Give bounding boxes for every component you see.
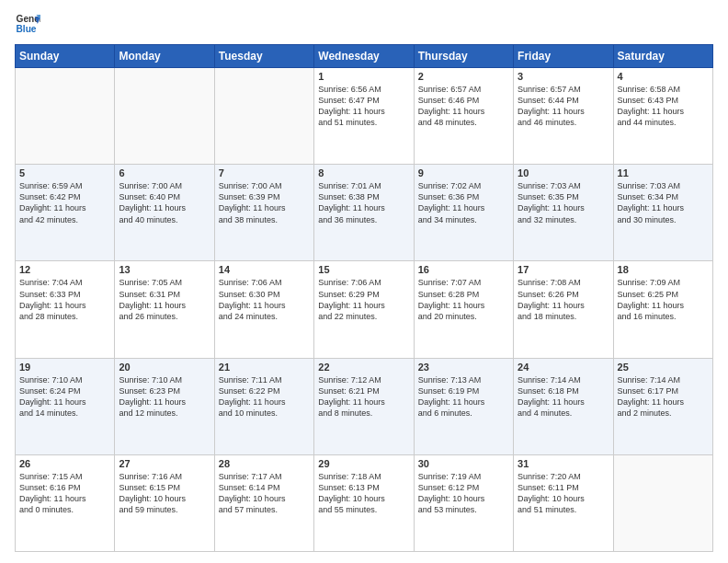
day-number: 16 <box>418 264 509 275</box>
day-info: Sunrise: 7:01 AM Sunset: 6:38 PM Dayligh… <box>318 180 409 225</box>
calendar-cell: 26Sunrise: 7:15 AM Sunset: 6:16 PM Dayli… <box>16 454 115 551</box>
header: General Blue <box>15 11 713 37</box>
day-number: 19 <box>19 362 110 373</box>
day-number: 6 <box>119 167 210 178</box>
day-number: 15 <box>318 264 409 275</box>
day-info: Sunrise: 7:09 AM Sunset: 6:25 PM Dayligh… <box>618 277 709 322</box>
day-number: 22 <box>318 362 409 373</box>
calendar-cell: 27Sunrise: 7:16 AM Sunset: 6:15 PM Dayli… <box>115 454 214 551</box>
day-number: 1 <box>318 71 409 82</box>
day-info: Sunrise: 6:57 AM Sunset: 6:44 PM Dayligh… <box>518 84 609 129</box>
day-info: Sunrise: 7:08 AM Sunset: 6:26 PM Dayligh… <box>518 277 609 322</box>
weekday-header-row: SundayMondayTuesdayWednesdayThursdayFrid… <box>16 45 713 68</box>
day-info: Sunrise: 7:18 AM Sunset: 6:13 PM Dayligh… <box>318 471 409 516</box>
calendar-week-row: 19Sunrise: 7:10 AM Sunset: 6:24 PM Dayli… <box>16 358 713 454</box>
weekday-header-monday: Monday <box>115 45 214 68</box>
calendar-cell <box>214 68 313 165</box>
day-number: 24 <box>518 362 609 373</box>
calendar-week-row: 1Sunrise: 6:56 AM Sunset: 6:47 PM Daylig… <box>16 68 713 165</box>
day-info: Sunrise: 6:56 AM Sunset: 6:47 PM Dayligh… <box>318 84 409 129</box>
day-number: 11 <box>618 167 709 178</box>
day-info: Sunrise: 7:03 AM Sunset: 6:35 PM Dayligh… <box>518 180 609 225</box>
calendar-cell: 5Sunrise: 6:59 AM Sunset: 6:42 PM Daylig… <box>16 165 115 261</box>
calendar-cell: 3Sunrise: 6:57 AM Sunset: 6:44 PM Daylig… <box>514 68 613 165</box>
day-number: 14 <box>219 264 310 275</box>
weekday-header-friday: Friday <box>514 45 613 68</box>
day-info: Sunrise: 7:19 AM Sunset: 6:12 PM Dayligh… <box>418 471 509 516</box>
day-info: Sunrise: 7:17 AM Sunset: 6:14 PM Dayligh… <box>219 471 310 516</box>
calendar-cell: 9Sunrise: 7:02 AM Sunset: 6:36 PM Daylig… <box>414 165 513 261</box>
day-info: Sunrise: 7:12 AM Sunset: 6:21 PM Dayligh… <box>318 374 409 419</box>
calendar-cell <box>613 454 712 551</box>
day-number: 21 <box>219 362 310 373</box>
calendar-cell: 18Sunrise: 7:09 AM Sunset: 6:25 PM Dayli… <box>613 261 712 358</box>
calendar-cell: 24Sunrise: 7:14 AM Sunset: 6:18 PM Dayli… <box>514 358 613 454</box>
day-info: Sunrise: 7:05 AM Sunset: 6:31 PM Dayligh… <box>119 277 210 322</box>
day-number: 26 <box>19 458 110 469</box>
calendar-cell: 29Sunrise: 7:18 AM Sunset: 6:13 PM Dayli… <box>314 454 414 551</box>
day-info: Sunrise: 6:57 AM Sunset: 6:46 PM Dayligh… <box>418 84 509 129</box>
calendar-week-row: 12Sunrise: 7:04 AM Sunset: 6:33 PM Dayli… <box>16 261 713 358</box>
day-info: Sunrise: 7:10 AM Sunset: 6:23 PM Dayligh… <box>119 374 210 419</box>
day-info: Sunrise: 7:14 AM Sunset: 6:17 PM Dayligh… <box>618 374 709 419</box>
day-number: 30 <box>418 458 509 469</box>
calendar-cell: 14Sunrise: 7:06 AM Sunset: 6:30 PM Dayli… <box>214 261 313 358</box>
calendar-cell: 17Sunrise: 7:08 AM Sunset: 6:26 PM Dayli… <box>514 261 613 358</box>
day-info: Sunrise: 7:10 AM Sunset: 6:24 PM Dayligh… <box>19 374 110 419</box>
weekday-header-wednesday: Wednesday <box>314 45 414 68</box>
day-info: Sunrise: 7:00 AM Sunset: 6:40 PM Dayligh… <box>119 180 210 225</box>
day-info: Sunrise: 7:03 AM Sunset: 6:34 PM Dayligh… <box>618 180 709 225</box>
day-number: 12 <box>19 264 110 275</box>
calendar-week-row: 26Sunrise: 7:15 AM Sunset: 6:16 PM Dayli… <box>16 454 713 551</box>
calendar-cell: 13Sunrise: 7:05 AM Sunset: 6:31 PM Dayli… <box>115 261 214 358</box>
calendar-cell: 2Sunrise: 6:57 AM Sunset: 6:46 PM Daylig… <box>414 68 513 165</box>
logo: General Blue <box>15 11 40 37</box>
day-info: Sunrise: 6:59 AM Sunset: 6:42 PM Dayligh… <box>19 180 110 225</box>
calendar-cell: 16Sunrise: 7:07 AM Sunset: 6:28 PM Dayli… <box>414 261 513 358</box>
day-info: Sunrise: 7:16 AM Sunset: 6:15 PM Dayligh… <box>119 471 210 516</box>
calendar-cell: 28Sunrise: 7:17 AM Sunset: 6:14 PM Dayli… <box>214 454 313 551</box>
calendar-cell: 8Sunrise: 7:01 AM Sunset: 6:38 PM Daylig… <box>314 165 414 261</box>
calendar-cell: 4Sunrise: 6:58 AM Sunset: 6:43 PM Daylig… <box>613 68 712 165</box>
calendar-table: SundayMondayTuesdayWednesdayThursdayFrid… <box>15 44 713 552</box>
calendar-cell: 25Sunrise: 7:14 AM Sunset: 6:17 PM Dayli… <box>613 358 712 454</box>
calendar-cell: 1Sunrise: 6:56 AM Sunset: 6:47 PM Daylig… <box>314 68 414 165</box>
calendar-cell <box>16 68 115 165</box>
calendar-cell: 31Sunrise: 7:20 AM Sunset: 6:11 PM Dayli… <box>514 454 613 551</box>
day-info: Sunrise: 7:06 AM Sunset: 6:30 PM Dayligh… <box>219 277 310 322</box>
calendar-cell: 7Sunrise: 7:00 AM Sunset: 6:39 PM Daylig… <box>214 165 313 261</box>
weekday-header-thursday: Thursday <box>414 45 513 68</box>
page: General Blue SundayMondayTuesdayWednesda… <box>0 0 728 563</box>
calendar-cell: 10Sunrise: 7:03 AM Sunset: 6:35 PM Dayli… <box>514 165 613 261</box>
day-number: 20 <box>119 362 210 373</box>
day-info: Sunrise: 7:11 AM Sunset: 6:22 PM Dayligh… <box>219 374 310 419</box>
calendar-cell: 30Sunrise: 7:19 AM Sunset: 6:12 PM Dayli… <box>414 454 513 551</box>
calendar-cell: 21Sunrise: 7:11 AM Sunset: 6:22 PM Dayli… <box>214 358 313 454</box>
day-number: 2 <box>418 71 509 82</box>
day-info: Sunrise: 7:15 AM Sunset: 6:16 PM Dayligh… <box>19 471 110 516</box>
logo-icon: General Blue <box>15 11 40 37</box>
day-info: Sunrise: 7:02 AM Sunset: 6:36 PM Dayligh… <box>418 180 509 225</box>
day-info: Sunrise: 7:06 AM Sunset: 6:29 PM Dayligh… <box>318 277 409 322</box>
calendar-cell: 15Sunrise: 7:06 AM Sunset: 6:29 PM Dayli… <box>314 261 414 358</box>
day-number: 3 <box>518 71 609 82</box>
day-number: 23 <box>418 362 509 373</box>
day-number: 7 <box>219 167 310 178</box>
weekday-header-sunday: Sunday <box>16 45 115 68</box>
calendar-cell: 12Sunrise: 7:04 AM Sunset: 6:33 PM Dayli… <box>16 261 115 358</box>
weekday-header-tuesday: Tuesday <box>214 45 313 68</box>
day-number: 25 <box>618 362 709 373</box>
day-number: 18 <box>618 264 709 275</box>
day-number: 31 <box>518 458 609 469</box>
day-info: Sunrise: 7:00 AM Sunset: 6:39 PM Dayligh… <box>219 180 310 225</box>
day-number: 28 <box>219 458 310 469</box>
day-info: Sunrise: 6:58 AM Sunset: 6:43 PM Dayligh… <box>618 84 709 129</box>
day-number: 10 <box>518 167 609 178</box>
calendar-cell: 23Sunrise: 7:13 AM Sunset: 6:19 PM Dayli… <box>414 358 513 454</box>
calendar-cell <box>115 68 214 165</box>
day-info: Sunrise: 7:14 AM Sunset: 6:18 PM Dayligh… <box>518 374 609 419</box>
calendar-cell: 6Sunrise: 7:00 AM Sunset: 6:40 PM Daylig… <box>115 165 214 261</box>
day-number: 27 <box>119 458 210 469</box>
day-number: 5 <box>19 167 110 178</box>
day-number: 17 <box>518 264 609 275</box>
